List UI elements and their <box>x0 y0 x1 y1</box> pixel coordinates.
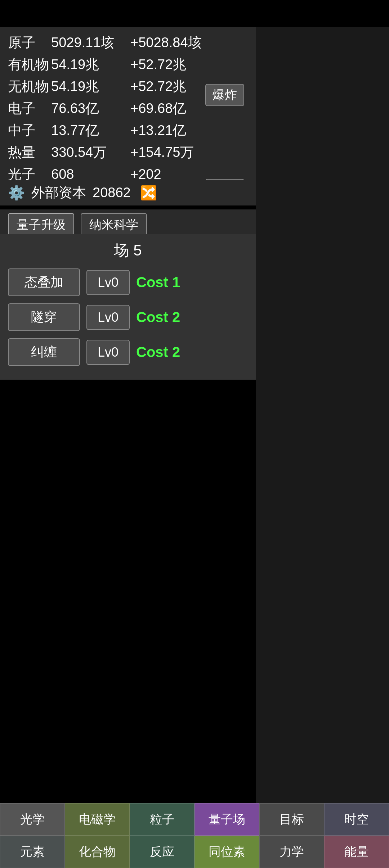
content-area: 场 5 态叠加 Lv0 Cost 1 隧穿 Lv0 Cost 2 纠缠 Lv0 … <box>0 234 256 380</box>
stat-label-organic: 有机物 <box>8 55 51 74</box>
stat-row-neutron: 中子 13.77亿 +13.21亿 核变 <box>8 121 248 140</box>
capital-label: 外部资本 <box>31 184 86 202</box>
stat-label-neutron: 中子 <box>8 121 51 140</box>
cost-label-2: Cost 2 <box>136 344 180 360</box>
stat-row-heat: 热量 330.54万 +154.75万 <box>8 143 248 162</box>
stat-value-heat: 330.54万 <box>51 143 130 162</box>
nav-spacetime[interactable]: 时空 <box>324 803 389 836</box>
nav-mechanics[interactable]: 力学 <box>259 836 324 868</box>
upgrade-name-btn-0[interactable]: 态叠加 <box>8 268 80 296</box>
nav-isotope[interactable]: 同位素 <box>194 836 259 868</box>
nav-qfield[interactable]: 量子场 <box>194 803 259 836</box>
level-btn-1[interactable]: Lv0 <box>86 305 130 330</box>
tab-quantum[interactable]: 量子升级 <box>8 213 74 237</box>
stat-label-atom: 原子 <box>8 33 51 52</box>
nav-row-2: 元素 化合物 反应 同位素 力学 能量 <box>0 836 389 868</box>
capital-value: 20862 <box>93 185 131 200</box>
stat-delta-organic: +52.72兆 <box>130 55 186 74</box>
cost-label-1: Cost 2 <box>136 309 180 325</box>
stat-delta-atom: +5028.84垓 <box>130 33 202 52</box>
stat-row-inorganic: 无机物 54.19兆 +52.72兆 爆炸 <box>8 77 248 96</box>
stat-delta-electron: +69.68亿 <box>130 99 186 118</box>
gear-icon[interactable]: ⚙️ <box>8 185 25 201</box>
upgrade-name-btn-1[interactable]: 隧穿 <box>8 303 80 331</box>
nav-em[interactable]: 电磁学 <box>65 803 130 836</box>
nav-energy[interactable]: 能量 <box>324 836 389 868</box>
nav-reaction[interactable]: 反应 <box>130 836 194 868</box>
nav-particle[interactable]: 粒子 <box>130 803 194 836</box>
nav-target[interactable]: 目标 <box>259 803 324 836</box>
bottom-nav: 光学 电磁学 粒子 量子场 目标 时空 元素 化合物 反应 同位素 力学 能量 <box>0 803 389 868</box>
stat-value-organic: 54.19兆 <box>51 55 130 74</box>
nav-compound[interactable]: 化合物 <box>65 836 130 868</box>
stat-row-atom: 原子 5029.11垓 +5028.84垓 <box>8 33 248 52</box>
level-btn-0[interactable]: Lv0 <box>86 270 130 295</box>
upgrade-name-btn-2[interactable]: 纠缠 <box>8 338 80 366</box>
stat-delta-inorganic: +52.72兆 <box>130 77 186 96</box>
stat-value-neutron: 13.77亿 <box>51 121 130 140</box>
stat-label-heat: 热量 <box>8 143 51 162</box>
stat-value-atom: 5029.11垓 <box>51 33 130 52</box>
nav-optics[interactable]: 光学 <box>0 803 65 836</box>
stat-row-organic: 有机物 54.19兆 +52.72兆 <box>8 55 248 74</box>
stats-panel: 原子 5029.11垓 +5028.84垓 有机物 54.19兆 +52.72兆… <box>0 27 256 191</box>
tab-nano[interactable]: 纳米科学 <box>81 213 147 237</box>
upgrade-row-2: 纠缠 Lv0 Cost 2 <box>8 338 248 366</box>
level-btn-2[interactable]: Lv0 <box>86 340 130 365</box>
upgrade-row-0: 态叠加 Lv0 Cost 1 <box>8 268 248 296</box>
capital-row: ⚙️ 外部资本 20862 🔀 <box>0 180 256 205</box>
stat-value-inorganic: 54.19兆 <box>51 77 130 96</box>
stat-value-electron: 76.63亿 <box>51 99 130 118</box>
main-container: 原子 5029.11垓 +5028.84垓 有机物 54.19兆 +52.72兆… <box>0 0 389 868</box>
stat-label-inorganic: 无机物 <box>8 77 51 96</box>
stat-label-electron: 电子 <box>8 99 51 118</box>
nav-element[interactable]: 元素 <box>0 836 65 868</box>
section-title: 场 5 <box>8 240 248 261</box>
explode-button[interactable]: 爆炸 <box>205 84 244 106</box>
cost-label-0: Cost 1 <box>136 274 180 290</box>
stat-delta-neutron: +13.21亿 <box>130 121 186 140</box>
stat-delta-heat: +154.75万 <box>130 143 194 162</box>
upgrade-row-1: 隧穿 Lv0 Cost 2 <box>8 303 248 331</box>
right-panel <box>256 27 389 803</box>
nav-row-1: 光学 电磁学 粒子 量子场 目标 时空 <box>0 803 389 836</box>
shuffle-icon[interactable]: 🔀 <box>140 185 157 201</box>
